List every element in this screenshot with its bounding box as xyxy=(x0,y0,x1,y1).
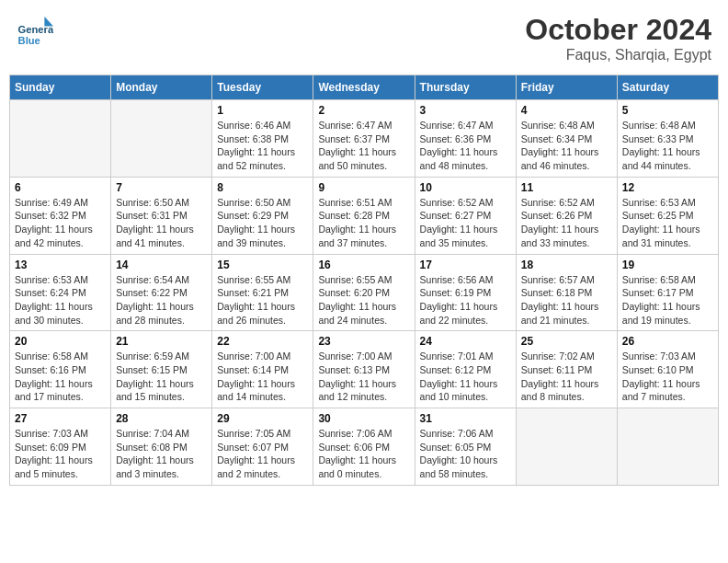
week-row-5: 27Sunrise: 7:03 AMSunset: 6:09 PMDayligh… xyxy=(10,408,719,486)
day-number: 17 xyxy=(420,259,511,271)
day-detail: Sunrise: 6:50 AMSunset: 6:29 PMDaylight:… xyxy=(217,196,308,250)
day-detail: Sunrise: 6:53 AMSunset: 6:24 PMDaylight:… xyxy=(15,273,106,327)
col-header-thursday: Thursday xyxy=(415,75,516,100)
logo: General Blue xyxy=(17,13,57,50)
day-detail: Sunrise: 7:01 AMSunset: 6:12 PMDaylight:… xyxy=(420,350,511,404)
day-cell xyxy=(111,100,212,178)
header-row: SundayMondayTuesdayWednesdayThursdayFrid… xyxy=(10,75,719,100)
day-number: 26 xyxy=(622,335,713,348)
col-header-sunday: Sunday xyxy=(10,75,111,100)
day-number: 12 xyxy=(622,181,713,194)
day-detail: Sunrise: 6:58 AMSunset: 6:16 PMDaylight:… xyxy=(15,350,106,404)
day-number: 20 xyxy=(15,335,106,348)
day-detail: Sunrise: 7:03 AMSunset: 6:09 PMDaylight:… xyxy=(15,427,106,481)
day-detail: Sunrise: 7:00 AMSunset: 6:13 PMDaylight:… xyxy=(318,350,409,404)
calendar-table: SundayMondayTuesdayWednesdayThursdayFrid… xyxy=(9,75,719,486)
day-cell: 2Sunrise: 6:47 AMSunset: 6:37 PMDaylight… xyxy=(313,100,415,178)
day-detail: Sunrise: 6:49 AMSunset: 6:32 PMDaylight:… xyxy=(15,196,106,250)
day-number: 31 xyxy=(420,412,511,425)
day-detail: Sunrise: 6:47 AMSunset: 6:36 PMDaylight:… xyxy=(420,119,511,173)
day-detail: Sunrise: 7:05 AMSunset: 6:07 PMDaylight:… xyxy=(217,427,308,481)
day-number: 23 xyxy=(318,335,409,348)
day-cell: 12Sunrise: 6:53 AMSunset: 6:25 PMDayligh… xyxy=(617,177,718,254)
day-number: 24 xyxy=(420,335,511,348)
title-block: October 2024 Faqus, Sharqia, Egypt xyxy=(525,13,711,63)
day-number: 18 xyxy=(521,259,612,271)
day-detail: Sunrise: 6:47 AMSunset: 6:37 PMDaylight:… xyxy=(318,119,409,173)
day-number: 30 xyxy=(318,412,409,425)
day-number: 22 xyxy=(217,335,308,348)
day-number: 29 xyxy=(217,412,308,425)
day-detail: Sunrise: 6:58 AMSunset: 6:17 PMDaylight:… xyxy=(622,273,713,327)
col-header-friday: Friday xyxy=(516,75,617,100)
day-number: 28 xyxy=(116,412,207,425)
day-number: 4 xyxy=(521,104,612,117)
day-cell: 15Sunrise: 6:55 AMSunset: 6:21 PMDayligh… xyxy=(212,254,313,331)
day-cell: 5Sunrise: 6:48 AMSunset: 6:33 PMDaylight… xyxy=(617,100,718,178)
day-detail: Sunrise: 6:52 AMSunset: 6:27 PMDaylight:… xyxy=(420,196,511,250)
day-detail: Sunrise: 6:52 AMSunset: 6:26 PMDaylight:… xyxy=(521,196,612,250)
day-cell: 4Sunrise: 6:48 AMSunset: 6:34 PMDaylight… xyxy=(516,100,617,178)
day-cell: 3Sunrise: 6:47 AMSunset: 6:36 PMDaylight… xyxy=(415,100,516,178)
day-number: 3 xyxy=(420,104,511,117)
month-year-title: October 2024 xyxy=(525,13,711,47)
week-row-3: 13Sunrise: 6:53 AMSunset: 6:24 PMDayligh… xyxy=(10,254,719,331)
week-row-4: 20Sunrise: 6:58 AMSunset: 6:16 PMDayligh… xyxy=(10,331,719,408)
day-cell: 24Sunrise: 7:01 AMSunset: 6:12 PMDayligh… xyxy=(415,331,516,408)
day-cell: 16Sunrise: 6:55 AMSunset: 6:20 PMDayligh… xyxy=(313,254,415,331)
day-cell: 31Sunrise: 7:06 AMSunset: 6:05 PMDayligh… xyxy=(415,408,516,486)
col-header-wednesday: Wednesday xyxy=(313,75,415,100)
day-detail: Sunrise: 6:48 AMSunset: 6:33 PMDaylight:… xyxy=(622,119,713,173)
day-number: 15 xyxy=(217,259,308,271)
day-number: 11 xyxy=(521,181,612,194)
day-cell: 9Sunrise: 6:51 AMSunset: 6:28 PMDaylight… xyxy=(313,177,415,254)
day-number: 6 xyxy=(15,181,106,194)
day-number: 10 xyxy=(420,181,511,194)
day-cell xyxy=(617,408,718,486)
col-header-monday: Monday xyxy=(111,75,212,100)
day-cell: 22Sunrise: 7:00 AMSunset: 6:14 PMDayligh… xyxy=(212,331,313,408)
day-detail: Sunrise: 6:48 AMSunset: 6:34 PMDaylight:… xyxy=(521,119,612,173)
week-row-2: 6Sunrise: 6:49 AMSunset: 6:32 PMDaylight… xyxy=(10,177,719,254)
day-detail: Sunrise: 7:04 AMSunset: 6:08 PMDaylight:… xyxy=(116,427,207,481)
logo-icon: General Blue xyxy=(17,13,53,50)
day-cell: 6Sunrise: 6:49 AMSunset: 6:32 PMDaylight… xyxy=(10,177,111,254)
day-number: 7 xyxy=(116,181,207,194)
day-number: 5 xyxy=(622,104,713,117)
day-number: 21 xyxy=(116,335,207,348)
day-detail: Sunrise: 6:54 AMSunset: 6:22 PMDaylight:… xyxy=(116,273,207,327)
day-cell: 18Sunrise: 6:57 AMSunset: 6:18 PMDayligh… xyxy=(516,254,617,331)
week-row-1: 1Sunrise: 6:46 AMSunset: 6:38 PMDaylight… xyxy=(10,100,719,178)
day-cell: 7Sunrise: 6:50 AMSunset: 6:31 PMDaylight… xyxy=(111,177,212,254)
day-detail: Sunrise: 6:59 AMSunset: 6:15 PMDaylight:… xyxy=(116,350,207,404)
day-cell: 10Sunrise: 6:52 AMSunset: 6:27 PMDayligh… xyxy=(415,177,516,254)
day-number: 16 xyxy=(318,259,409,271)
day-cell: 17Sunrise: 6:56 AMSunset: 6:19 PMDayligh… xyxy=(415,254,516,331)
day-detail: Sunrise: 6:55 AMSunset: 6:21 PMDaylight:… xyxy=(217,273,308,327)
day-cell: 19Sunrise: 6:58 AMSunset: 6:17 PMDayligh… xyxy=(617,254,718,331)
page-header: General Blue October 2024 Faqus, Sharqia… xyxy=(9,9,719,67)
day-number: 8 xyxy=(217,181,308,194)
day-number: 1 xyxy=(217,104,308,117)
day-number: 13 xyxy=(15,259,106,271)
day-number: 14 xyxy=(116,259,207,271)
day-number: 19 xyxy=(622,259,713,271)
location-subtitle: Faqus, Sharqia, Egypt xyxy=(525,47,711,63)
day-cell: 28Sunrise: 7:04 AMSunset: 6:08 PMDayligh… xyxy=(111,408,212,486)
day-detail: Sunrise: 7:06 AMSunset: 6:06 PMDaylight:… xyxy=(318,427,409,481)
day-cell xyxy=(10,100,111,178)
day-cell: 20Sunrise: 6:58 AMSunset: 6:16 PMDayligh… xyxy=(10,331,111,408)
day-detail: Sunrise: 7:02 AMSunset: 6:11 PMDaylight:… xyxy=(521,350,612,404)
day-detail: Sunrise: 6:51 AMSunset: 6:28 PMDaylight:… xyxy=(318,196,409,250)
day-number: 9 xyxy=(318,181,409,194)
col-header-tuesday: Tuesday xyxy=(212,75,313,100)
day-cell: 14Sunrise: 6:54 AMSunset: 6:22 PMDayligh… xyxy=(111,254,212,331)
day-detail: Sunrise: 6:56 AMSunset: 6:19 PMDaylight:… xyxy=(420,273,511,327)
day-detail: Sunrise: 7:00 AMSunset: 6:14 PMDaylight:… xyxy=(217,350,308,404)
day-cell: 21Sunrise: 6:59 AMSunset: 6:15 PMDayligh… xyxy=(111,331,212,408)
day-number: 25 xyxy=(521,335,612,348)
day-cell: 26Sunrise: 7:03 AMSunset: 6:10 PMDayligh… xyxy=(617,331,718,408)
day-cell: 11Sunrise: 6:52 AMSunset: 6:26 PMDayligh… xyxy=(516,177,617,254)
col-header-saturday: Saturday xyxy=(617,75,718,100)
day-detail: Sunrise: 6:57 AMSunset: 6:18 PMDaylight:… xyxy=(521,273,612,327)
